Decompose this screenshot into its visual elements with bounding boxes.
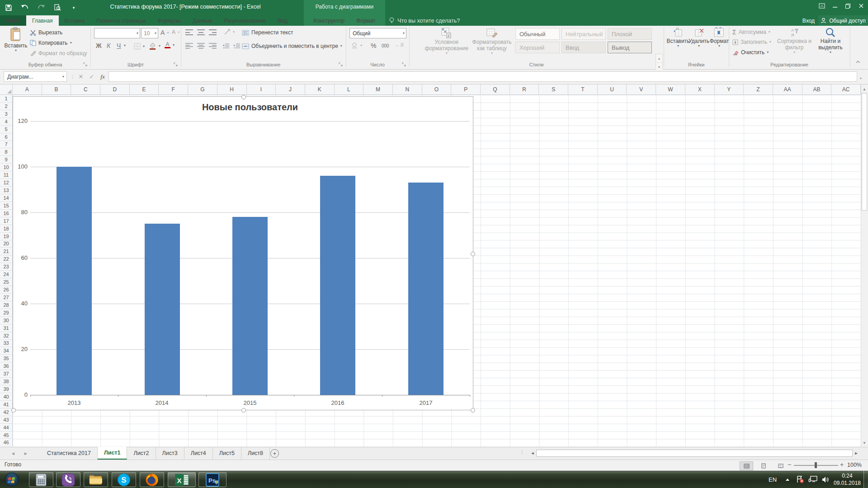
row-header-30[interactable]: 30	[0, 317, 13, 324]
merge-center-button[interactable]: Объединить и поместить в центре ▾	[242, 43, 342, 49]
column-header-G[interactable]: G	[188, 84, 217, 95]
row-header-6[interactable]: 6	[0, 133, 13, 141]
row-header-39[interactable]: 39	[0, 385, 13, 393]
cell-style-output[interactable]: Вывод	[608, 42, 652, 53]
sheet-tab-лист8[interactable]: Лист8	[241, 447, 270, 460]
close-icon[interactable]	[854, 0, 868, 12]
chart-bar-2015[interactable]	[232, 217, 268, 395]
comma-style-button[interactable]: 000	[382, 43, 389, 48]
format-cells-button[interactable]: Формат ▾	[710, 27, 729, 48]
row-header-44[interactable]: 44	[0, 424, 13, 432]
ribbon-tab-данные[interactable]: Данные	[187, 15, 218, 26]
column-header-W[interactable]: W	[656, 84, 685, 95]
sheet-tab-статистика-2017[interactable]: Статистика 2017	[41, 447, 98, 460]
zoom-in-icon[interactable]: +	[840, 461, 844, 468]
column-header-B[interactable]: B	[42, 84, 71, 95]
sheet-nav-right-icon[interactable]: ►	[24, 447, 28, 460]
cell-style-neutral[interactable]: Нейтральный	[561, 28, 606, 40]
ribbon-tab-вид[interactable]: Вид	[272, 15, 293, 26]
column-header-T[interactable]: T	[568, 84, 598, 95]
conditional-formatting-button[interactable]: ≠ Условное форматирование ▾	[424, 27, 469, 55]
format-as-table-button[interactable]: Форматировать как таблицу ▾	[470, 27, 514, 55]
alignment-dialog-launcher-icon[interactable]	[339, 62, 344, 68]
formula-input[interactable]	[108, 71, 857, 82]
column-header-AC[interactable]: AC	[831, 84, 861, 95]
row-header-20[interactable]: 20	[0, 240, 13, 248]
page-break-view-icon[interactable]	[774, 461, 788, 470]
tray-volume-icon[interactable]	[822, 471, 829, 488]
sheet-tab-лист1[interactable]: Лист1	[98, 447, 127, 460]
clipboard-dialog-launcher-icon[interactable]	[83, 62, 89, 68]
print-preview-icon[interactable]	[52, 3, 62, 13]
align-middle-icon[interactable]	[197, 29, 205, 35]
ribbon-tab-формат[interactable]: Формат	[350, 15, 382, 26]
cell-style-input[interactable]: Ввод	[561, 42, 606, 53]
row-header-41[interactable]: 41	[0, 401, 13, 408]
column-header-H[interactable]: H	[217, 84, 247, 95]
cancel-icon[interactable]: ✕	[76, 71, 86, 82]
taskbar-viber-button[interactable]	[56, 472, 80, 487]
bold-button[interactable]: Ж	[96, 42, 102, 49]
taskbar-firefox-button[interactable]	[140, 472, 164, 487]
row-header-25[interactable]: 25	[0, 278, 13, 286]
sheet-nav-left-icon[interactable]: ◄	[11, 447, 15, 460]
sheet-tab-лист4[interactable]: Лист4	[184, 447, 213, 460]
sheet-tab-лист3[interactable]: Лист3	[156, 447, 184, 460]
underline-caret[interactable]: ▾	[124, 44, 126, 47]
align-top-icon[interactable]	[185, 29, 193, 35]
grow-font-button[interactable]: А˄	[160, 29, 169, 36]
row-header-24[interactable]: 24	[0, 271, 13, 278]
redo-icon[interactable]	[36, 3, 46, 13]
font-dialog-launcher-icon[interactable]	[174, 62, 179, 68]
row-header-42[interactable]: 42	[0, 408, 13, 416]
sign-in-button[interactable]: Вход	[802, 15, 815, 26]
taskbar-explorer-button[interactable]	[84, 472, 108, 487]
column-header-F[interactable]: F	[159, 84, 188, 95]
taskbar-calculator-button[interactable]: 0	[29, 472, 53, 487]
delete-cells-button[interactable]: Удалить ▾	[689, 27, 709, 48]
font-name-combobox[interactable]: ▾	[94, 28, 140, 38]
column-header-N[interactable]: N	[393, 84, 422, 95]
chart-title[interactable]: Новые пользователи	[30, 102, 470, 113]
chart-object[interactable]: Новые пользователи 020406080100120201320…	[13, 96, 473, 410]
row-header-36[interactable]: 36	[0, 362, 13, 370]
restore-icon[interactable]	[841, 0, 854, 12]
row-header-34[interactable]: 34	[0, 347, 13, 355]
column-header-V[interactable]: V	[627, 84, 656, 95]
hscroll-left-icon[interactable]: ◄	[529, 451, 536, 455]
align-right-icon[interactable]	[209, 43, 217, 49]
column-header-D[interactable]: D	[100, 84, 130, 95]
align-left-icon[interactable]	[185, 43, 193, 49]
column-header-L[interactable]: L	[335, 84, 364, 95]
orientation-button[interactable]: ▾	[224, 28, 235, 35]
row-header-19[interactable]: 19	[0, 233, 13, 240]
show-desktop-button[interactable]	[863, 471, 868, 488]
autosum-button[interactable]: Σ Автосумма ▾	[732, 28, 770, 36]
row-header-23[interactable]: 23	[0, 263, 13, 271]
shrink-font-button[interactable]: А˅	[172, 29, 180, 35]
decrease-indent-icon[interactable]	[222, 43, 230, 49]
row-header-22[interactable]: 22	[0, 255, 13, 263]
zoom-level-label[interactable]: 100%	[847, 462, 862, 468]
row-header-15[interactable]: 15	[0, 202, 13, 210]
taskbar-photoshop-button[interactable]: Ps	[198, 472, 226, 487]
vertical-scroll-thumb[interactable]	[862, 93, 867, 211]
ribbon-tab-формулы[interactable]: Формулы	[151, 15, 187, 26]
column-header-AA[interactable]: AA	[773, 84, 802, 95]
row-header-46[interactable]: 46	[0, 439, 13, 446]
insert-function-icon[interactable]: fx	[98, 71, 108, 82]
row-header-8[interactable]: 8	[0, 148, 13, 156]
borders-button[interactable]: ▾	[134, 43, 145, 50]
ribbon-tab-рецензирование[interactable]: Рецензирование	[218, 15, 272, 26]
chart-bar-2016[interactable]	[320, 176, 355, 395]
cell-style-good[interactable]: Хороший	[515, 42, 560, 53]
horizontal-scrollbar[interactable]: ◄ ►	[529, 449, 860, 458]
column-header-P[interactable]: P	[451, 84, 481, 95]
cut-button[interactable]: Вырезать	[30, 29, 62, 36]
tray-language[interactable]: EN	[769, 471, 777, 488]
align-center-icon[interactable]	[197, 43, 205, 49]
cell-style-bad[interactable]: Плохой	[608, 28, 652, 40]
format-painter-button[interactable]: Формат по образцу	[30, 50, 87, 56]
row-header-7[interactable]: 7	[0, 141, 13, 149]
ribbon-tab-вставка[interactable]: Вставка	[59, 15, 91, 26]
